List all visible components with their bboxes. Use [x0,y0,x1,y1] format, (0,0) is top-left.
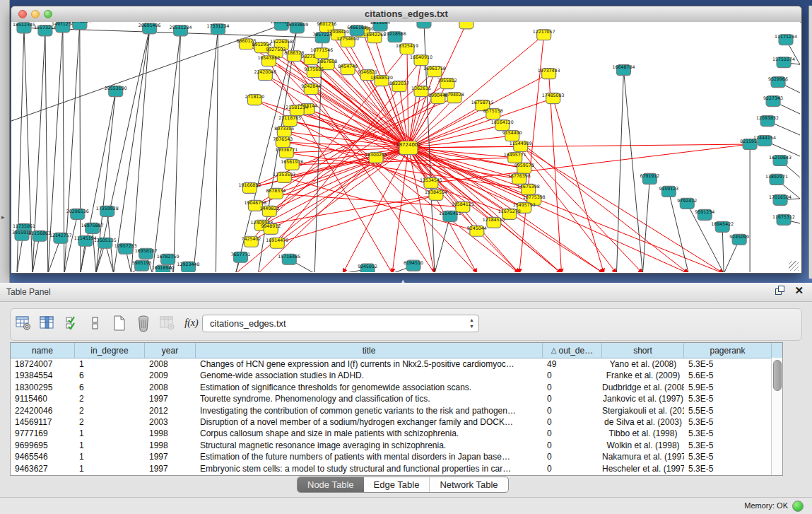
row-height-icon[interactable] [87,314,104,332]
table-cell[interactable]: 1998 [145,428,196,439]
graph-node[interactable]: 7876543 [273,136,293,147]
close-panel-icon[interactable]: ✕ [794,286,804,295]
graph-node[interactable]: 19166852 [238,182,261,193]
graph-node[interactable]: 13892971 [765,174,788,185]
table-cell[interactable]: 6 [75,382,145,393]
delete-column-icon[interactable] [159,314,176,332]
table-row[interactable]: 946554611997Estimation of the future num… [11,451,782,462]
graph-node[interactable]: 15716485 [278,254,300,264]
graph-node[interactable]: 19218586 [384,31,406,42]
graph-node[interactable]: 11171234 [775,34,797,45]
table-cell[interactable]: 2003 [145,416,196,428]
column-header-short[interactable]: short [602,343,684,358]
panel-splitter-handle[interactable]: ▴ [401,277,405,284]
table-cell[interactable]: 0 [543,405,602,416]
graph-node[interactable]: 10719183 [413,22,435,28]
graph-node[interactable]: 8575158 [483,108,503,119]
panel-collapse-arrow-icon[interactable]: ▸ [1,214,5,221]
table-cell[interactable]: 0 [543,416,602,428]
graph-edge[interactable] [435,216,450,272]
graph-node[interactable]: 11675312 [772,214,795,225]
graph-edge[interactable] [642,179,649,272]
table-cell[interactable]: 5.3E-5 [684,428,772,439]
graph-node[interactable]: 7657771 [230,252,250,262]
table-cell[interactable]: 2 [75,416,145,428]
graph-node[interactable]: 7857224 [312,32,332,42]
graph-node[interactable]: 17957253 [114,243,137,254]
network-canvas[interactable]: 1872400718300295886012389129541522605893… [11,22,800,272]
graph-node[interactable]: 25531234 [170,25,192,35]
graph-node[interactable]: 9154490 [502,130,522,141]
table-cell[interactable]: Tourette syndrome. Phenomenology and cla… [196,393,543,404]
float-panel-icon[interactable] [775,286,784,295]
table-cell[interactable]: Genome-wide association studies in ADHD. [196,370,543,381]
table-cell[interactable]: 0 [543,463,602,474]
graph-node[interactable]: 2718120 [245,94,264,105]
function-builder-icon[interactable]: f(x) [183,314,200,332]
table-selector-dropdown[interactable]: citations_edges.txt ▲▼ [202,315,479,332]
column-header-title[interactable]: title [196,343,543,358]
memory-status-indicator[interactable] [792,501,804,512]
graph-node[interactable]: 17485083 [542,93,565,103]
table-cell[interactable]: 2008 [145,358,196,370]
graph-node[interactable]: 12217057 [533,29,555,40]
collapsed-left-panel[interactable]: ▸ [0,0,10,283]
table-cell[interactable]: 1 [75,451,145,462]
table-row[interactable]: 946362711997Embryonic stem cells: a mode… [11,463,782,474]
table-cell[interactable]: Estimation of the future numbers of pati… [196,451,543,462]
graph-node[interactable]: 9227343 [763,95,783,106]
table-cell[interactable]: 18724007 [11,358,75,370]
graph-node[interactable]: 18164120 [491,119,514,130]
graph-node[interactable]: 9329966 [768,76,788,87]
graph-edge[interactable] [131,28,150,272]
graph-node[interactable]: 9245012 [358,264,377,272]
graph-node[interactable]: 16776398 [508,173,531,184]
table-cell[interactable]: Nakamura et al. (1997) [602,451,684,462]
table-cell[interactable]: 5.3E-5 [684,451,772,462]
graph-edge[interactable] [623,70,642,272]
node-attribute-table[interactable]: namein_degreeyeartitle△out_de…shortpager… [10,342,783,476]
graph-node[interactable]: 16210643 [769,155,792,165]
table-cell[interactable]: 2008 [145,382,196,393]
graph-node[interactable]: 13505135 [94,238,117,248]
table-cell[interactable]: 0 [543,370,602,381]
table-cell[interactable]: Investigating the contribution of common… [196,405,543,416]
graph-node[interactable]: 9159123 [659,186,678,197]
graph-node[interactable]: 7955812 [437,78,457,88]
graph-node[interactable]: 20206536 [66,209,89,219]
graph-edge[interactable] [553,98,604,272]
graph-node[interactable]: 16782759 [157,254,180,264]
graph-node[interactable]: 12923448 [177,262,200,272]
graph-edge[interactable] [174,30,181,272]
graph-node[interactable]: 6791912 [640,173,659,184]
graph-edge[interactable] [194,29,218,272]
graph-edge[interactable] [153,30,181,272]
table-cell[interactable]: 9463627 [11,463,75,474]
tab-edge-table[interactable]: Edge Table [364,477,430,492]
table-cell[interactable]: 19384554 [11,370,75,381]
column-header-name[interactable]: name [11,343,75,358]
show-column-icon[interactable] [39,314,56,332]
table-cell[interactable]: 5.6E-5 [684,370,772,381]
table-cell[interactable]: Yano et al. (2008) [602,358,684,370]
table-cell[interactable]: 5.9E-5 [684,382,772,393]
graph-node[interactable]: 16648784 [612,64,635,75]
graph-edge[interactable] [408,144,750,148]
table-row[interactable]: 969969511998Structural magnetic resonanc… [11,440,782,451]
column-header-in_degree[interactable]: in_degree [75,343,145,358]
graph-node[interactable]: 16945422 [711,221,734,232]
column-header-year[interactable]: year [145,343,196,358]
window-resize-grip[interactable] [789,261,799,271]
graph-node[interactable]: 17359928 [96,206,119,216]
graph-node[interactable]: 9245044 [467,226,487,236]
table-cell[interactable]: 9699695 [11,440,75,451]
graph-edge[interactable] [261,195,436,226]
tab-network-table[interactable]: Network Table [429,477,507,492]
graph-node[interactable]: 18495771 [504,152,526,163]
table-cell[interactable]: 5.3E-5 [684,440,772,451]
network-graph[interactable]: 1872400718300295886012389129541522605893… [11,22,800,272]
table-cell[interactable]: de Silva et al. (2003) [602,416,684,428]
graph-node[interactable]: 7425402 [241,236,261,247]
graph-node[interactable]: 9792412 [677,198,697,209]
table-cell[interactable]: Wolkin et al. (1998) [602,440,684,451]
